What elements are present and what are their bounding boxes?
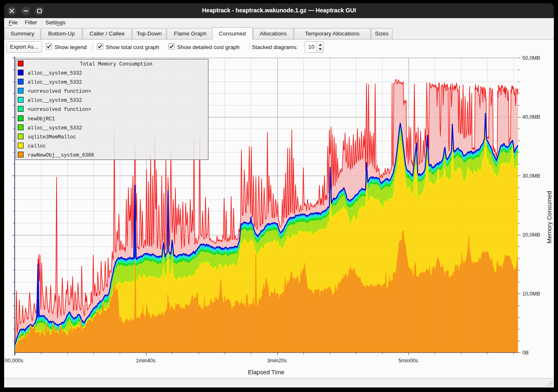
svg-text:Elapsed Time: Elapsed Time	[248, 369, 284, 376]
svg-text:30,0MB: 30,0MB	[523, 173, 540, 179]
svg-text:50,0MB: 50,0MB	[523, 55, 540, 61]
svg-text:Memory Consumed: Memory Consumed	[546, 191, 553, 243]
svg-text:40,0MB: 40,0MB	[523, 114, 540, 120]
svg-text:10,0MB: 10,0MB	[523, 291, 540, 297]
svg-text:5min00s: 5min00s	[398, 358, 418, 364]
svg-text:3min20s: 3min20s	[267, 358, 287, 364]
svg-text:0B: 0B	[523, 350, 529, 356]
svg-text:20,0MB: 20,0MB	[523, 232, 540, 238]
svg-text:00.000s: 00.000s	[5, 358, 24, 364]
svg-text:1min40s: 1min40s	[136, 358, 156, 364]
